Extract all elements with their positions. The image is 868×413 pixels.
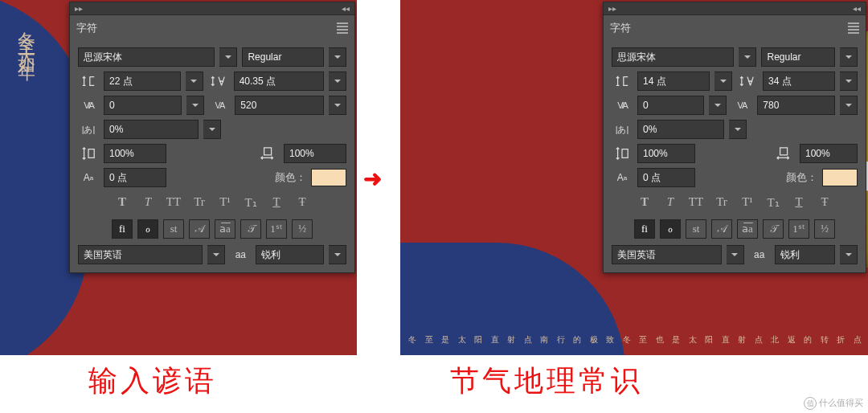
language-field[interactable]: 美国英语 — [78, 245, 203, 264]
style-allcaps[interactable]: TT — [165, 195, 182, 210]
ot-swash[interactable]: 𝒜 — [711, 219, 732, 239]
hscale-field[interactable]: 100% — [284, 144, 346, 163]
style-strike[interactable]: Ŧ — [816, 195, 833, 210]
style-subscript[interactable]: T₁ — [764, 195, 782, 210]
ot-ordinals[interactable]: 1ˢᵗ — [788, 219, 809, 239]
font-style-field[interactable]: Regular — [242, 47, 324, 67]
hscale-field[interactable]: 100% — [800, 144, 858, 163]
color-swatch[interactable] — [311, 169, 346, 186]
tsume-field[interactable]: 0% — [104, 120, 199, 139]
style-italic[interactable]: T — [661, 195, 679, 210]
antialias-dropdown[interactable] — [840, 245, 858, 264]
ot-ligatures[interactable]: fi — [112, 219, 133, 239]
panel-tabs: 字符 — [604, 15, 866, 41]
style-subscript[interactable]: T₁ — [242, 195, 260, 210]
tracking-dropdown[interactable] — [840, 96, 858, 115]
baseline-icon: Aa — [78, 169, 99, 186]
panel-menu-icon[interactable] — [848, 22, 859, 34]
tracking-field[interactable]: 780 — [757, 96, 835, 115]
tsume-field[interactable]: 0% — [637, 120, 724, 139]
font-style-dropdown[interactable] — [329, 47, 346, 67]
kerning-dropdown[interactable] — [186, 96, 204, 115]
character-panel-left: ▸▸ ◂◂ 字符 思源宋体 Regular 22 点 40.35 点 — [69, 2, 355, 273]
ot-contextual[interactable]: ℴ — [660, 219, 681, 239]
tracking-field[interactable]: 520 — [235, 96, 324, 115]
style-bold[interactable]: T — [113, 195, 131, 210]
collapse-icon[interactable]: ▸▸ — [75, 4, 83, 13]
style-superscript[interactable]: T¹ — [739, 195, 756, 210]
leading-field[interactable]: 34 点 — [763, 72, 835, 91]
antialias-field[interactable]: 锐利 — [775, 245, 835, 264]
kerning-dropdown[interactable] — [709, 96, 727, 115]
panel-menu-icon[interactable] — [337, 22, 348, 34]
hscale-icon — [258, 145, 279, 162]
leading-dropdown[interactable] — [840, 72, 858, 91]
font-family-field[interactable]: 思源宋体 — [78, 47, 215, 67]
font-size-dropdown[interactable] — [714, 72, 732, 91]
style-smallcaps[interactable]: Tr — [190, 195, 208, 210]
style-underline[interactable]: T — [790, 195, 808, 210]
font-family-dropdown[interactable] — [739, 47, 756, 67]
style-allcaps[interactable]: TT — [687, 195, 705, 210]
color-label: 颜色： — [275, 170, 306, 185]
tsume-dropdown[interactable] — [203, 120, 221, 139]
style-smallcaps[interactable]: Tr — [713, 195, 731, 210]
collapse-icon[interactable]: ▸▸ — [608, 4, 616, 13]
font-family-dropdown[interactable] — [219, 47, 237, 67]
style-underline[interactable]: T — [268, 195, 285, 210]
ot-titling[interactable]: 𝒯 — [240, 219, 261, 239]
font-style-field[interactable]: Regular — [761, 47, 835, 67]
arrow-icon: ➜ — [363, 166, 382, 192]
vscale-field[interactable]: 100% — [104, 144, 166, 163]
style-italic[interactable]: T — [139, 195, 157, 210]
antialias-icon: aa — [749, 246, 770, 264]
font-size-dropdown[interactable] — [186, 72, 203, 91]
character-panel-right: ▸▸ ◂◂ 字符 思源宋体 Regular 14 点 34 点 — [603, 2, 866, 273]
language-field[interactable]: 美国英语 — [612, 245, 722, 264]
watermark-icon: 值 — [804, 397, 817, 410]
color-swatch[interactable] — [822, 169, 858, 186]
color-label: 颜色： — [786, 170, 817, 185]
language-dropdown[interactable] — [207, 245, 225, 264]
ot-fractions[interactable]: ½ — [292, 219, 313, 239]
vscale-field[interactable]: 100% — [637, 144, 695, 163]
antialias-dropdown[interactable] — [329, 245, 346, 264]
panel-topbar[interactable]: ▸▸ ◂◂ — [70, 2, 354, 15]
antialias-field[interactable]: 锐利 — [256, 245, 324, 264]
baseline-field[interactable]: 0 点 — [637, 168, 695, 187]
ot-titling[interactable]: 𝒯 — [763, 219, 784, 239]
font-family-field[interactable]: 思源宋体 — [612, 47, 734, 67]
collapse-icon[interactable]: ◂◂ — [853, 4, 861, 13]
ot-contextual[interactable]: ℴ — [137, 219, 158, 239]
font-size-field[interactable]: 22 点 — [104, 72, 181, 91]
ot-stylistic[interactable]: a͞a — [215, 219, 235, 239]
kerning-field[interactable]: 0 — [104, 96, 182, 115]
panel-topbar[interactable]: ▸▸ ◂◂ — [604, 2, 866, 15]
right-half: ❄ 冬 至 是 太 阳 直 射 点 南 行 的 极 致 冬 至 也 是 太 阳 … — [400, 0, 868, 355]
left-half: 冬至大如年 ▸▸ ◂◂ 字符 思源宋体 Regular 22 点 40.35 点 — [0, 0, 357, 355]
collapse-icon[interactable]: ◂◂ — [342, 4, 350, 13]
ot-discretionary[interactable]: st — [686, 219, 706, 239]
baseline-field[interactable]: 0 点 — [104, 168, 166, 187]
style-bold[interactable]: T — [636, 195, 653, 210]
tsume-icon: |あ| — [612, 121, 633, 138]
ot-ligatures[interactable]: fi — [634, 219, 655, 239]
ot-stylistic[interactable]: a͞a — [737, 219, 758, 239]
font-style-dropdown[interactable] — [840, 47, 858, 67]
language-dropdown[interactable] — [727, 245, 744, 264]
tracking-dropdown[interactable] — [329, 96, 346, 115]
leading-dropdown[interactable] — [329, 72, 346, 91]
kerning-field[interactable]: 0 — [637, 96, 704, 115]
tsume-dropdown[interactable] — [729, 120, 747, 139]
font-size-field[interactable]: 14 点 — [637, 72, 710, 91]
style-superscript[interactable]: T¹ — [216, 195, 234, 210]
ot-ordinals[interactable]: 1ˢᵗ — [266, 219, 287, 239]
tab-character[interactable]: 字符 — [610, 21, 631, 35]
tab-character[interactable]: 字符 — [76, 21, 97, 35]
style-strike[interactable]: Ŧ — [293, 195, 311, 210]
ot-swash[interactable]: 𝒜 — [189, 219, 210, 239]
type-style-row: T T TT Tr T¹ T₁ T Ŧ — [612, 192, 858, 213]
leading-field[interactable]: 40.35 点 — [234, 72, 324, 91]
ot-discretionary[interactable]: st — [163, 219, 184, 239]
ot-fractions[interactable]: ½ — [814, 219, 835, 239]
